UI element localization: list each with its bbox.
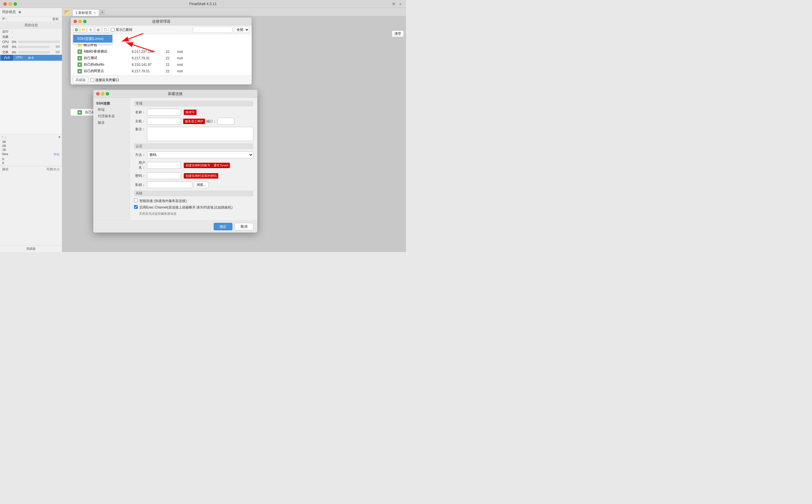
conn-max-btn[interactable] bbox=[83, 20, 86, 23]
conn-edit-btn[interactable]: ☐ bbox=[102, 27, 108, 33]
notes-textarea[interactable] bbox=[147, 127, 253, 141]
list-item[interactable]: ■ 自己测试 8.217.79.31 22 root bbox=[71, 55, 252, 61]
password-hint: 创建实例时设置的密码 bbox=[184, 173, 218, 179]
general-section-header: 常规 bbox=[134, 101, 253, 107]
connection-manager-window: 连接管理器 ⊕ 📁 ⎘ ⊞ ☐ 显示已删除 全部 bbox=[71, 18, 252, 84]
private-key-input[interactable] bbox=[147, 181, 192, 188]
mem-value: 0% bbox=[12, 45, 16, 49]
sidebar-item-tunnel[interactable]: 隧道 bbox=[93, 120, 130, 126]
conn-add-btn[interactable]: ⊕ bbox=[73, 27, 79, 33]
conn-traffic-lights bbox=[73, 20, 86, 23]
cancel-button[interactable]: 取消 bbox=[235, 223, 253, 230]
new-conn-close-btn[interactable] bbox=[96, 92, 99, 95]
host-row: 主机： 服务器公网IP 端口： 22 bbox=[134, 118, 253, 125]
ip-label: IP bbox=[2, 17, 5, 21]
new-conn-sidebar: SSH连接 终端 代理服务器 隧道 bbox=[93, 98, 130, 220]
conn-search-input[interactable] bbox=[193, 27, 233, 33]
conn-min-btn[interactable] bbox=[78, 20, 82, 23]
conn-search-area: 全部 bbox=[193, 27, 249, 33]
conn-filter-select[interactable]: 全部 bbox=[234, 27, 249, 33]
copy-button[interactable]: 复制 bbox=[52, 17, 60, 21]
net-val-6b: 6B bbox=[2, 144, 60, 148]
exec-channel-checkbox[interactable] bbox=[134, 205, 138, 209]
close-after-connect-checkbox[interactable] bbox=[90, 78, 94, 82]
method-select[interactable]: 密码 bbox=[147, 151, 253, 158]
up-arrow-icon: ↑ bbox=[2, 135, 4, 139]
list-item[interactable]: ■ 自己的阿里云 8.217.79.31 22 root bbox=[71, 68, 252, 74]
host-input[interactable] bbox=[147, 118, 181, 125]
conn-item-user-1: root bbox=[177, 56, 194, 60]
new-conn-max-btn[interactable] bbox=[106, 92, 109, 95]
monitor-tabs-row: 内存 CPU 命令 bbox=[0, 55, 62, 61]
ssh-linux-menu-item[interactable]: SSH连接(Linux) bbox=[73, 35, 112, 43]
ip-value: - bbox=[5, 17, 7, 21]
adv-version-button[interactable]: 高级版 bbox=[73, 77, 88, 83]
title-bar-right-icons: ⊞ ≡ bbox=[391, 2, 403, 6]
tab-new-page[interactable]: 1 新标签页 ✕ bbox=[72, 9, 99, 16]
server-icon-1: ■ bbox=[77, 56, 82, 60]
traffic-lights bbox=[3, 2, 17, 6]
menu-icon[interactable]: ≡ bbox=[398, 2, 403, 6]
host-label: 主机： bbox=[134, 119, 145, 124]
tab-cpu[interactable]: CPU bbox=[13, 55, 25, 61]
list-item[interactable]: ■ 自己的ubuntu 8.210.141.97 22 root bbox=[71, 61, 252, 68]
clear-button[interactable]: 清空 bbox=[392, 31, 404, 37]
swap-value: 0% bbox=[12, 51, 16, 54]
dialog-footer: 确定 取消 bbox=[93, 220, 257, 233]
mem-label: 内存 bbox=[2, 45, 10, 49]
load-row: 负载 - bbox=[0, 34, 62, 40]
browse-button[interactable]: 浏览... bbox=[194, 181, 209, 188]
separator bbox=[0, 166, 62, 166]
add-tab-button[interactable]: + bbox=[99, 9, 105, 15]
local-button[interactable]: 本机 bbox=[53, 152, 60, 157]
advanced-version-btn[interactable]: 高级版 bbox=[0, 245, 62, 252]
tab-memory[interactable]: 内存 bbox=[1, 55, 13, 61]
tab-command[interactable]: 命令 bbox=[25, 55, 37, 61]
new-conn-min-btn[interactable] bbox=[101, 92, 104, 95]
load-value: - bbox=[12, 35, 13, 39]
running-label: 运行 bbox=[2, 29, 10, 34]
close-button[interactable] bbox=[3, 2, 7, 6]
disk-path-label: 路径 bbox=[2, 167, 8, 171]
list-item[interactable]: ■ 4核8G香港测试 8.217.237.180 22 root bbox=[71, 48, 252, 55]
net-labels: 9B 6B 3B bbox=[0, 140, 62, 152]
name-input[interactable] bbox=[147, 109, 181, 116]
smart-accel-checkbox[interactable] bbox=[134, 199, 138, 202]
name-row: 名称： 随便写 bbox=[134, 109, 253, 116]
conn-folder-btn[interactable]: 📁 bbox=[80, 27, 86, 33]
expand-icon[interactable]: ▾ bbox=[58, 135, 60, 139]
clear-btn-container: 清空 bbox=[392, 31, 404, 37]
folder-icon-btn[interactable]: 📂 bbox=[63, 8, 71, 16]
conn-item-ip-2: 8.210.141.97 bbox=[132, 63, 166, 67]
server-icon-2: ■ bbox=[77, 62, 82, 67]
confirm-button[interactable]: 确定 bbox=[214, 223, 233, 230]
username-input[interactable] bbox=[147, 162, 181, 169]
sidebar-item-proxy[interactable]: 代理服务器 bbox=[93, 113, 130, 120]
password-input[interactable] bbox=[147, 172, 181, 179]
conn-item-ip-3: 8.217.79.31 bbox=[132, 69, 166, 73]
grid-icon[interactable]: ⊞ bbox=[391, 2, 396, 6]
sidebar-item-terminal[interactable]: 终端 bbox=[93, 107, 130, 113]
mem-fraction: 0/0 bbox=[52, 45, 60, 48]
show-deleted-checkbox[interactable] bbox=[111, 28, 114, 32]
swap-row: 交换 0% 0/0 bbox=[0, 49, 62, 55]
new-conn-traffic-lights bbox=[96, 92, 109, 95]
minimize-button[interactable] bbox=[8, 2, 12, 6]
maximize-button[interactable] bbox=[14, 2, 17, 6]
down-arrow-icon: ↓ bbox=[5, 135, 7, 139]
exec-channel-row: 启用Exec Channel(若连接上就被断开,请关闭该项,比如跳板机) bbox=[134, 205, 253, 210]
name-label: 名称： bbox=[134, 110, 145, 115]
port-input[interactable]: 22 bbox=[218, 118, 235, 125]
conn-item-name-0: 4核8G香港测试 bbox=[84, 49, 132, 54]
cpu-progress-bg bbox=[18, 41, 60, 43]
app-title-bar: FinalShell 4.3.11 ⊞ ≡ bbox=[0, 0, 406, 8]
conn-manager-titlebar: 连接管理器 bbox=[71, 18, 252, 25]
tab-close-icon[interactable]: ✕ bbox=[94, 11, 96, 14]
conn-close-btn[interactable] bbox=[73, 20, 77, 23]
cpu-value: 0% bbox=[12, 40, 16, 44]
conn-item-port-3: 22 bbox=[166, 69, 177, 73]
conn-copy-btn[interactable]: ⎘ bbox=[88, 27, 94, 33]
port-label: 端口： bbox=[206, 119, 216, 124]
conn-import-btn[interactable]: ⊞ bbox=[95, 27, 101, 33]
conn-manager-title: 连接管理器 bbox=[152, 19, 170, 24]
